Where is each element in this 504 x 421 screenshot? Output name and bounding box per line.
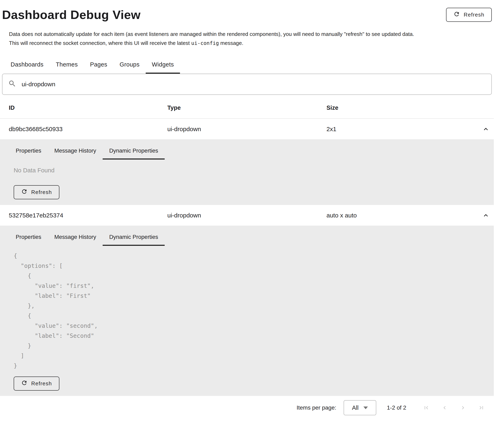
ui-config-code: ui-config [191, 40, 219, 46]
items-per-page-value: All [352, 404, 359, 411]
paginator: Items per page: All 1-2 of 2 [0, 396, 504, 420]
refresh-button-label: Refresh [31, 189, 52, 196]
widgets-table: ID Type Size db9bc36685c50933 ui-dropdow… [0, 95, 494, 396]
search-icon [8, 80, 16, 89]
refresh-button-label: Refresh [464, 12, 484, 18]
panel-refresh-button[interactable]: Refresh [14, 185, 59, 199]
refresh-icon [453, 11, 460, 19]
first-page-icon [423, 409, 430, 412]
page-range-label: 1-2 of 2 [387, 404, 406, 411]
first-page-button[interactable] [423, 404, 430, 411]
tab-pages[interactable]: Pages [84, 58, 114, 74]
no-data-message: No Data Found [14, 167, 494, 174]
last-page-icon [478, 409, 485, 412]
collapse-row-button[interactable] [482, 125, 490, 133]
widget-size-cell: 2x1 [326, 126, 475, 133]
chevron-right-icon [460, 409, 466, 412]
last-page-button[interactable] [478, 404, 485, 411]
description: Data does not automatically update for e… [9, 30, 492, 48]
description-line-1: Data does not automatically update for e… [9, 30, 492, 39]
search-box[interactable] [2, 74, 492, 95]
select-caret-icon [363, 407, 368, 409]
main-tab-bar: Dashboards Themes Pages Groups Widgets [5, 58, 504, 74]
tab-groups[interactable]: Groups [114, 58, 146, 74]
next-page-button[interactable] [460, 404, 466, 411]
dynamic-properties-json: { "options": [ { "value": "first", "labe… [14, 251, 494, 371]
table-header-row: ID Type Size [0, 95, 494, 119]
tab-themes[interactable]: Themes [50, 58, 84, 74]
chevron-up-icon [482, 217, 490, 220]
tab-dashboards[interactable]: Dashboards [5, 58, 50, 74]
detail-tab-properties[interactable]: Properties [9, 231, 48, 246]
detail-tab-dynamic-properties[interactable]: Dynamic Properties [103, 144, 165, 160]
table-row[interactable]: db9bc36685c50933 ui-dropdown 2x1 [0, 119, 494, 139]
column-header-size: Size [326, 104, 475, 111]
widget-size-cell: auto x auto [326, 212, 475, 219]
panel-refresh-button[interactable]: Refresh [14, 377, 59, 391]
items-per-page-label: Items per page: [296, 404, 336, 411]
detail-tab-bar: Properties Message History Dynamic Prope… [9, 225, 494, 246]
widget-type-cell: ui-dropdown [167, 212, 326, 219]
search-input[interactable] [21, 81, 486, 88]
collapse-row-button[interactable] [482, 212, 490, 219]
widget-id-cell: 532758e17eb25374 [9, 212, 167, 219]
top-bar: Dashboard Debug View Refresh [0, 0, 504, 22]
paginator-nav [423, 404, 485, 411]
widget-id-cell: db9bc36685c50933 [9, 126, 167, 133]
widget-detail-panel: Properties Message History Dynamic Prope… [0, 139, 494, 205]
detail-tab-properties[interactable]: Properties [9, 144, 48, 160]
widget-detail-panel: Properties Message History Dynamic Prope… [0, 225, 494, 396]
page-title: Dashboard Debug View [2, 8, 141, 22]
widget-type-cell: ui-dropdown [167, 126, 326, 133]
detail-tab-message-history[interactable]: Message History [48, 144, 103, 160]
detail-tab-dynamic-properties[interactable]: Dynamic Properties [103, 231, 165, 246]
column-header-id: ID [9, 104, 167, 111]
chevron-left-icon [441, 409, 448, 412]
detail-tab-message-history[interactable]: Message History [48, 231, 103, 246]
items-per-page-select[interactable]: All [344, 400, 376, 415]
description-line-2: This will reconnect the socket connectio… [9, 39, 492, 48]
table-row[interactable]: 532758e17eb25374 ui-dropdown auto x auto [0, 205, 494, 225]
refresh-button[interactable]: Refresh [446, 8, 492, 22]
refresh-button-label: Refresh [31, 380, 52, 387]
refresh-icon [21, 379, 28, 388]
detail-tab-bar: Properties Message History Dynamic Prope… [9, 139, 494, 160]
column-header-type: Type [167, 104, 326, 111]
chevron-up-icon [482, 130, 490, 134]
refresh-icon [21, 188, 28, 196]
tab-widgets[interactable]: Widgets [146, 58, 180, 74]
previous-page-button[interactable] [441, 404, 448, 411]
